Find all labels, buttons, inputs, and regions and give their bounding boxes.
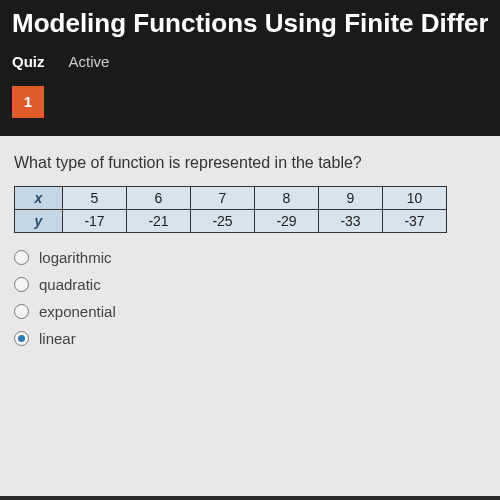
tab-quiz[interactable]: Quiz (12, 53, 45, 70)
y-cell: -17 (63, 210, 127, 233)
question-content: What type of function is represented in … (0, 136, 500, 496)
x-cell: 7 (191, 187, 255, 210)
option-label: logarithmic (39, 249, 112, 266)
x-cell: 9 (319, 187, 383, 210)
option-logarithmic[interactable]: logarithmic (14, 249, 486, 266)
x-cell: 5 (63, 187, 127, 210)
tab-bar: Quiz Active (12, 39, 488, 80)
radio-icon (14, 331, 29, 346)
y-cell: -21 (127, 210, 191, 233)
option-label: quadratic (39, 276, 101, 293)
question-nav: 1 (0, 80, 500, 136)
radio-icon (14, 277, 29, 292)
radio-icon (14, 250, 29, 265)
radio-icon (14, 304, 29, 319)
app-header: Modeling Functions Using Finite Differ Q… (0, 0, 500, 80)
question-prompt: What type of function is represented in … (14, 154, 486, 172)
x-cell: 10 (383, 187, 447, 210)
question-number-1[interactable]: 1 (12, 86, 44, 118)
y-cell: -29 (255, 210, 319, 233)
option-label: exponential (39, 303, 116, 320)
x-label: x (15, 187, 63, 210)
option-linear[interactable]: linear (14, 330, 486, 347)
y-label: y (15, 210, 63, 233)
x-cell: 8 (255, 187, 319, 210)
y-cell: -25 (191, 210, 255, 233)
answer-options: logarithmic quadratic exponential linear (14, 249, 486, 347)
table-row: x 5 6 7 8 9 10 (15, 187, 447, 210)
y-cell: -33 (319, 210, 383, 233)
tab-active[interactable]: Active (69, 53, 110, 70)
page-title: Modeling Functions Using Finite Differ (12, 8, 488, 39)
option-quadratic[interactable]: quadratic (14, 276, 486, 293)
y-cell: -37 (383, 210, 447, 233)
x-cell: 6 (127, 187, 191, 210)
table-row: y -17 -21 -25 -29 -33 -37 (15, 210, 447, 233)
option-label: linear (39, 330, 76, 347)
option-exponential[interactable]: exponential (14, 303, 486, 320)
data-table: x 5 6 7 8 9 10 y -17 -21 -25 -29 -33 -37 (14, 186, 447, 233)
